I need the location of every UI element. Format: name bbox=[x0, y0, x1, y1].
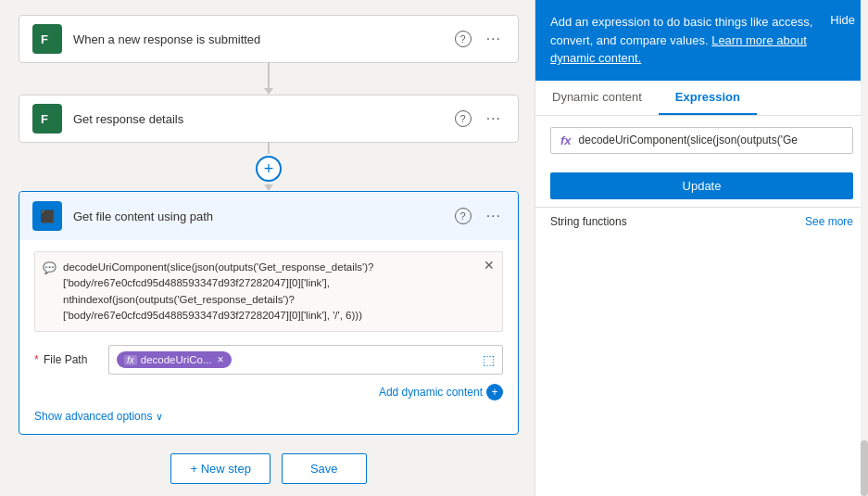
see-more-link[interactable]: See more bbox=[805, 215, 853, 228]
step-1-title: When a new response is submitted bbox=[73, 32, 451, 46]
connector-line-2a bbox=[268, 143, 270, 154]
help-icon: ? bbox=[455, 31, 472, 47]
expression-panel: Add an expression to do basic things lik… bbox=[535, 0, 868, 496]
connector-1 bbox=[19, 63, 519, 95]
step-card-1[interactable]: F When a new response is submitted ? ··· bbox=[19, 15, 519, 63]
expression-input-row[interactable]: fx decodeUriComponent(slice(json(outputs… bbox=[550, 127, 853, 154]
step-1-more-btn[interactable]: ··· bbox=[483, 29, 505, 49]
svg-text:F: F bbox=[41, 32, 48, 46]
new-step-button[interactable]: + New step bbox=[170, 453, 270, 484]
token-chip: fx decodeUriCo... × bbox=[117, 351, 232, 368]
scrollbar-thumb[interactable] bbox=[861, 440, 868, 496]
expression-close-btn[interactable]: ✕ bbox=[484, 258, 495, 273]
svg-text:F: F bbox=[41, 112, 48, 126]
expression-input-area: fx decodeUriComponent(slice(json(outputs… bbox=[535, 116, 868, 165]
scrollbar-track bbox=[861, 0, 868, 496]
update-button[interactable]: Update bbox=[550, 172, 853, 199]
expression-display: 💬 decodeUriComponent(slice(json(outputs(… bbox=[34, 251, 503, 332]
add-dynamic-label: Add dynamic content bbox=[379, 386, 483, 399]
step-icon-3: ⬛ bbox=[32, 201, 62, 231]
token-label: decodeUriCo... bbox=[141, 354, 212, 365]
step-icon-1: F bbox=[32, 24, 62, 54]
bottom-actions: + New step Save bbox=[19, 453, 519, 484]
tab-expression[interactable]: Expression bbox=[659, 81, 757, 115]
step-3-actions: ? ··· bbox=[451, 206, 505, 226]
comment-icon: 💬 bbox=[43, 260, 57, 276]
add-dynamic-content-row[interactable]: Add dynamic content + bbox=[34, 384, 503, 401]
ellipsis-icon: ··· bbox=[486, 31, 501, 47]
connector-arrow-1 bbox=[264, 88, 273, 95]
step-2-actions: ? ··· bbox=[451, 108, 505, 129]
panel-scroll-area[interactable] bbox=[535, 232, 868, 497]
flow-canvas: F When a new response is submitted ? ··· bbox=[0, 0, 537, 496]
ellipsis-icon-2: ··· bbox=[486, 110, 501, 127]
expression-input-value: decodeUriComponent(slice(json(outputs('G… bbox=[579, 134, 843, 146]
step-3-body: 💬 decodeUriComponent(slice(json(outputs(… bbox=[19, 240, 518, 434]
show-advanced-options-btn[interactable]: Show advanced options ∨ bbox=[34, 410, 503, 423]
file-path-input[interactable]: fx decodeUriCo... × ⬚ bbox=[108, 345, 503, 375]
show-advanced-label: Show advanced options bbox=[34, 410, 152, 423]
step-1-help-btn[interactable]: ? bbox=[451, 29, 475, 49]
add-step-circle-btn[interactable]: + bbox=[256, 156, 282, 182]
file-path-label: * File Path bbox=[34, 353, 108, 366]
step-icon-2: F bbox=[32, 104, 62, 134]
step-3-header[interactable]: ⬛ Get file content using path ? ··· bbox=[19, 192, 518, 240]
add-dynamic-icon: + bbox=[486, 384, 503, 401]
expression-fx-icon: fx bbox=[560, 134, 572, 147]
connector-with-plus: + bbox=[19, 143, 519, 191]
step-1-actions: ? ··· bbox=[451, 29, 505, 49]
save-button[interactable]: Save bbox=[282, 453, 367, 484]
help-icon-3: ? bbox=[455, 208, 472, 224]
step-3-more-btn[interactable]: ··· bbox=[483, 206, 505, 226]
tab-expression-label: Expression bbox=[675, 90, 740, 104]
step-2-title: Get response details bbox=[73, 112, 451, 126]
expression-text-content: decodeUriComponent(slice(json(outputs('G… bbox=[63, 260, 493, 324]
connector-arrow-2 bbox=[264, 184, 273, 191]
panel-tabs: Dynamic content Expression bbox=[535, 81, 868, 116]
step-2-help-btn[interactable]: ? bbox=[451, 108, 475, 129]
fx-icon: fx bbox=[124, 355, 137, 365]
tab-dynamic-content[interactable]: Dynamic content bbox=[535, 81, 659, 115]
help-icon-2: ? bbox=[455, 110, 472, 127]
connector-line-1 bbox=[268, 63, 270, 88]
step-2-more-btn[interactable]: ··· bbox=[483, 108, 505, 129]
step-3-help-btn[interactable]: ? bbox=[451, 206, 475, 226]
file-path-row: * File Path fx decodeUriCo... × ⬚ bbox=[34, 345, 503, 375]
required-star: * bbox=[34, 353, 42, 366]
ellipsis-icon-3: ··· bbox=[486, 208, 501, 224]
chevron-down-icon: ∨ bbox=[156, 411, 163, 423]
token-close-btn[interactable]: × bbox=[218, 353, 224, 366]
panel-hide-btn[interactable]: Hide bbox=[830, 13, 855, 27]
step-card-3-expanded: ⬛ Get file content using path ? ··· 💬 bbox=[19, 191, 519, 435]
tab-dynamic-label: Dynamic content bbox=[552, 90, 642, 104]
svg-text:⬛: ⬛ bbox=[40, 209, 56, 224]
step-card-2[interactable]: F Get response details ? ··· bbox=[19, 95, 519, 143]
string-functions-section: String functions See more bbox=[535, 207, 868, 232]
section-title: String functions bbox=[550, 215, 627, 228]
step-3-title: Get file content using path bbox=[73, 210, 451, 223]
panel-header: Add an expression to do basic things lik… bbox=[535, 0, 868, 81]
input-expand-icon[interactable]: ⬚ bbox=[483, 352, 495, 367]
